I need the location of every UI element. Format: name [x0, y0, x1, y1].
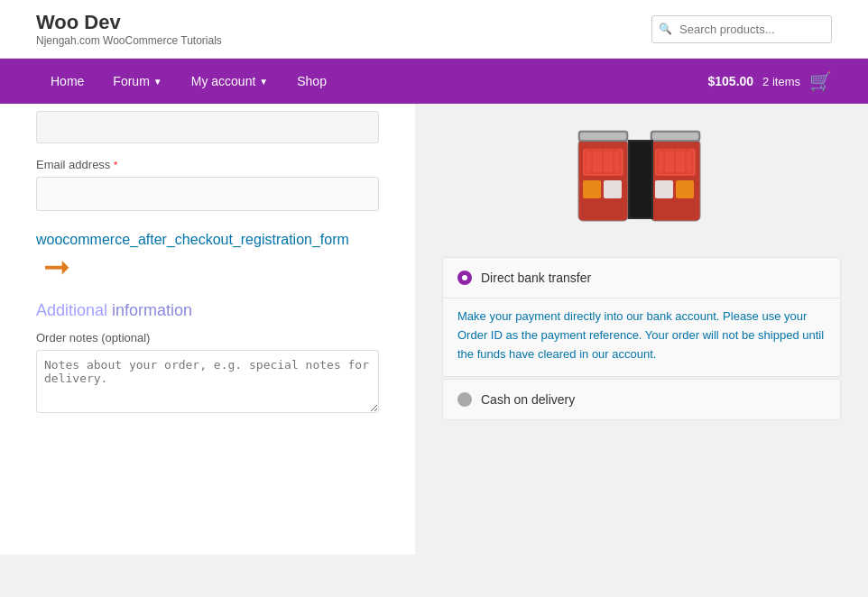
search-icon: 🔍: [659, 23, 672, 35]
direct-bank-label: Direct bank transfer: [481, 271, 591, 285]
cash-delivery-radio[interactable]: [457, 392, 472, 407]
orange-arrow-icon: ➞: [43, 251, 70, 283]
direct-bank-description: Make your payment directly into our bank…: [443, 298, 840, 376]
svg-rect-21: [652, 133, 698, 140]
site-navigation: Home Forum ▼ My account ▼ Shop $105.00 2…: [0, 59, 868, 104]
cart-item-count: 2 items: [762, 75, 800, 88]
right-column: Direct bank transfer Make your payment d…: [415, 104, 868, 555]
svg-rect-14: [676, 180, 694, 198]
cart-icon[interactable]: 🛒: [809, 70, 832, 92]
nav-my-account[interactable]: My account ▼: [177, 60, 283, 102]
cart-amount: $105.00: [707, 74, 753, 88]
required-star: *: [114, 160, 117, 170]
payment-option-cash-delivery: Cash on delivery: [442, 379, 841, 420]
additional-info-heading: Additional information: [36, 301, 379, 320]
svg-rect-23: [630, 142, 651, 217]
order-notes-label: Order notes (optional): [36, 331, 379, 344]
nav-forum[interactable]: Forum ▼: [98, 60, 176, 102]
arrow-container: ➞: [36, 251, 379, 283]
svg-rect-13: [655, 180, 673, 198]
email-input[interactable]: [36, 177, 379, 211]
search-input[interactable]: [651, 15, 832, 43]
svg-rect-3: [604, 180, 622, 198]
myaccount-chevron-icon: ▼: [259, 77, 268, 87]
prev-input-bar: [36, 111, 379, 143]
svg-rect-10: [580, 133, 626, 140]
nav-items: Home Forum ▼ My account ▼ Shop: [36, 60, 341, 102]
cash-delivery-label: Cash on delivery: [481, 392, 575, 407]
additional-info-section: Additional information Order notes (opti…: [36, 301, 379, 416]
site-header: Woo Dev Njengah.com WooCommerce Tutorial…: [0, 0, 868, 59]
direct-bank-header[interactable]: Direct bank transfer: [443, 258, 840, 298]
email-section: Email address *: [36, 111, 379, 211]
site-subtitle: Njengah.com WooCommerce Tutorials: [36, 34, 222, 47]
svg-rect-2: [583, 180, 601, 198]
forum-chevron-icon: ▼: [153, 77, 162, 87]
main-content: Email address * woocommerce_after_checko…: [0, 104, 868, 555]
direct-bank-radio[interactable]: [457, 271, 472, 285]
hook-text-block: woocommerce_after_checkout_registration_…: [36, 229, 379, 283]
svg-rect-4: [583, 201, 622, 217]
payment-option-direct-bank: Direct bank transfer Make your payment d…: [442, 257, 841, 377]
hook-text: woocommerce_after_checkout_registration_…: [36, 229, 379, 251]
email-label: Email address *: [36, 158, 379, 171]
site-title: Woo Dev: [36, 11, 222, 34]
nav-home[interactable]: Home: [36, 60, 98, 102]
order-notes-textarea[interactable]: [36, 350, 379, 413]
svg-rect-15: [655, 201, 694, 217]
product-image-area: [442, 113, 841, 257]
nav-shop[interactable]: Shop: [282, 60, 341, 102]
cart-area: $105.00 2 items 🛒: [707, 70, 832, 92]
car-lights-image: [569, 122, 714, 239]
left-column: Email address * woocommerce_after_checko…: [0, 104, 415, 555]
payment-options: Direct bank transfer Make your payment d…: [442, 257, 841, 420]
cash-delivery-header[interactable]: Cash on delivery: [443, 380, 840, 419]
site-title-block: Woo Dev Njengah.com WooCommerce Tutorial…: [36, 11, 222, 47]
search-wrapper: 🔍: [651, 15, 832, 43]
